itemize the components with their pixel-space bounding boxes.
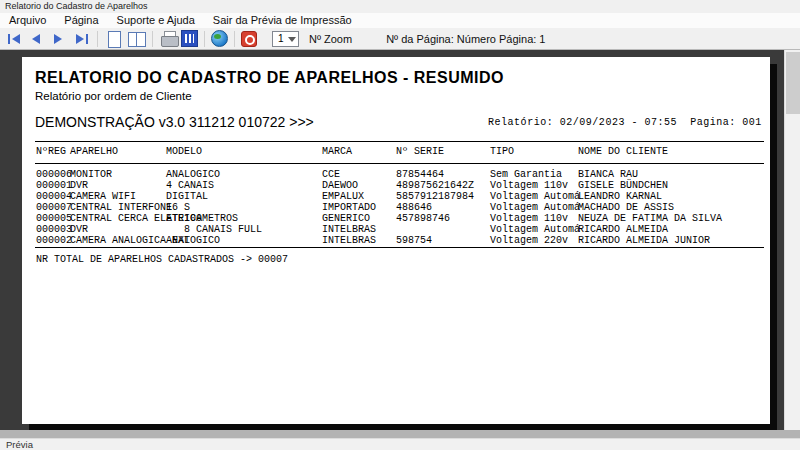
cell-modelo: 16 S	[166, 202, 190, 213]
toolbar: 1 Nº Zoom Nº da Página: Número Página: 1	[0, 28, 800, 50]
cell-modelo: ANALOGICO	[166, 169, 220, 180]
menu-item-0[interactable]: Arquivo	[0, 13, 55, 28]
cell-modelo: ANALOGICO	[166, 235, 220, 246]
cell-aparelho: CENTRAL INTERFONE	[70, 202, 172, 213]
status-bar: Prévia	[0, 438, 800, 450]
window-title: Relatorio do Cadastro de Aparelhos	[5, 1, 148, 11]
column-header-reg: NºREG	[36, 146, 66, 157]
divider-line	[35, 247, 764, 248]
zoom-select[interactable]: 1	[272, 31, 299, 47]
table-row: 000006MONITORANALOGICOCCE87854464Sem Gar…	[22, 169, 770, 180]
report-page: RELATORIO DO CADASTRO DE APARELHOS - RES…	[22, 57, 770, 424]
table-row: 000001DVR4 CANAISDAEWOO489875621642ZVolt…	[22, 180, 770, 191]
toolbar-separator	[234, 31, 235, 47]
cell-modelo: ATE100METROS	[166, 213, 238, 224]
page-number-label: Nº da Página: Número Página: 1	[386, 33, 545, 45]
cell-tipo: Voltagem 220v	[490, 235, 568, 246]
report-version-line: DEMONSTRAÇÃO v3.0 311212 010722 >>>	[35, 114, 314, 130]
toolbar-separator	[204, 31, 205, 47]
toolbar-separator	[152, 31, 153, 47]
table-row: 000005CENTRAL CERCA ELETRICAATE100METROS…	[22, 213, 770, 224]
report-setup-icon[interactable]	[181, 30, 198, 47]
cell-tipo: Voltagem 110v	[490, 180, 568, 191]
cell-nome: NEUZA DE FATIMA DA SILVA	[578, 213, 722, 224]
table-row: 000007CENTRAL INTERFONE16 SIMPORTADO4886…	[22, 202, 770, 213]
cell-serie: 489875621642Z	[396, 180, 474, 191]
cell-serie: 488646	[396, 202, 432, 213]
cell-marca: INTELBRAS	[322, 224, 376, 235]
report-title: RELATORIO DO CADASTRO DE APARELHOS - RES…	[35, 69, 504, 87]
cell-serie: 457898746	[396, 213, 450, 224]
print-preview-area[interactable]: RELATORIO DO CADASTRO DE APARELHOS - RES…	[0, 50, 784, 430]
zoom-label: Nº Zoom	[309, 33, 352, 45]
menu-item-3[interactable]: Sair da Prévia de Impressão	[204, 13, 361, 28]
cell-aparelho: DVR	[70, 180, 88, 191]
chevron-down-icon	[288, 37, 296, 42]
cell-marca: INTELBRAS	[322, 235, 376, 246]
cell-nome: RICARDO ALMEIDA JUNIOR	[578, 235, 710, 246]
cell-reg: 000001	[36, 180, 72, 191]
cell-marca: DAEWOO	[322, 180, 358, 191]
menu-item-1[interactable]: Página	[55, 13, 107, 28]
cell-reg: 000004	[36, 191, 72, 202]
cell-reg: 000005	[36, 213, 72, 224]
cell-reg: 000007	[36, 202, 72, 213]
cell-nome: LEANDRO KARNAL	[578, 191, 662, 202]
prev-page-icon[interactable]	[27, 30, 47, 48]
column-header-serie: Nº SERIE	[396, 146, 444, 157]
two-pages-icon[interactable]	[126, 30, 146, 48]
next-page-icon[interactable]	[49, 30, 69, 48]
cell-marca: GENERICO	[322, 213, 370, 224]
table-row: 000002CAMERA ANALOGICA EXTANALOGICOINTEL…	[22, 235, 770, 246]
cell-nome: MACHADO DE ASSIS	[578, 202, 674, 213]
column-header-marca: MARCA	[322, 146, 352, 157]
cell-modelo: DIGITAL	[166, 191, 208, 202]
printer-icon[interactable]	[159, 30, 179, 48]
report-total-line: NR TOTAL DE APARELHOS CADASTRADOS -> 000…	[36, 254, 288, 265]
cell-reg: 000006	[36, 169, 72, 180]
toolbar-separator	[97, 31, 98, 47]
last-page-icon[interactable]	[71, 30, 91, 48]
menu-item-2[interactable]: Suporte e Ajuda	[108, 13, 204, 28]
cell-aparelho: CAMERA WIFI	[70, 191, 136, 202]
cell-tipo: Voltagem Automá	[490, 191, 580, 202]
column-header-modelo: MODELO	[166, 146, 202, 157]
cell-reg: 000003	[36, 224, 72, 235]
cell-serie: 598754	[396, 235, 432, 246]
cell-tipo: Voltagem 110v	[490, 213, 568, 224]
cell-serie: 5857912187984	[396, 191, 474, 202]
cell-modelo: 8 CANAIS FULL	[166, 224, 262, 235]
status-label: Prévia	[6, 439, 33, 450]
cell-nome: BIANCA RAU	[578, 169, 638, 180]
cell-serie: 87854464	[396, 169, 444, 180]
column-header-nome: NOME DO CLIENTE	[578, 146, 668, 157]
column-header-tipo: TIPO	[490, 146, 514, 157]
horizontal-scrollbar[interactable]	[0, 430, 800, 438]
report-subtitle: Relatório por ordem de Cliente	[35, 90, 192, 102]
divider-line	[35, 141, 764, 142]
vertical-scrollbar[interactable]	[784, 50, 800, 430]
table-row: 000004CAMERA WIFIDIGITALEMPALUX585791218…	[22, 191, 770, 202]
single-page-icon[interactable]	[104, 30, 124, 48]
cell-aparelho: DVR	[70, 224, 88, 235]
table-row: 000003DVR 8 CANAIS FULLINTELBRASVoltagem…	[22, 224, 770, 235]
cell-tipo: Voltagem Automá	[490, 202, 580, 213]
window-titlebar[interactable]: Relatorio do Cadastro de Aparelhos	[0, 0, 800, 13]
divider-line	[35, 163, 764, 164]
cell-tipo: Voltagem Automá	[490, 224, 580, 235]
cell-nome: GISELE BÜNDCHEN	[578, 180, 668, 191]
stop-icon[interactable]	[241, 31, 257, 47]
globe-icon[interactable]	[211, 30, 228, 47]
report-meta-line: Relatório: 02/09/2023 - 07:55 Pagina: 00…	[488, 117, 762, 128]
cell-marca: EMPALUX	[322, 191, 364, 202]
cell-modelo: 4 CANAIS	[166, 180, 214, 191]
first-page-icon[interactable]	[5, 30, 25, 48]
cell-marca: IMPORTADO	[322, 202, 376, 213]
column-header-aparelho: APARELHO	[70, 146, 118, 157]
table-header-row: NºREGAPARELHOMODELOMARCANº SERIETIPONOME…	[22, 146, 770, 157]
cell-nome: RICARDO ALMEIDA	[578, 224, 668, 235]
cell-marca: CCE	[322, 169, 340, 180]
cell-tipo: Sem Garantia	[490, 169, 562, 180]
vertical-scrollbar-thumb[interactable]	[786, 52, 800, 114]
table-rows: 000006MONITORANALOGICOCCE87854464Sem Gar…	[22, 169, 770, 246]
